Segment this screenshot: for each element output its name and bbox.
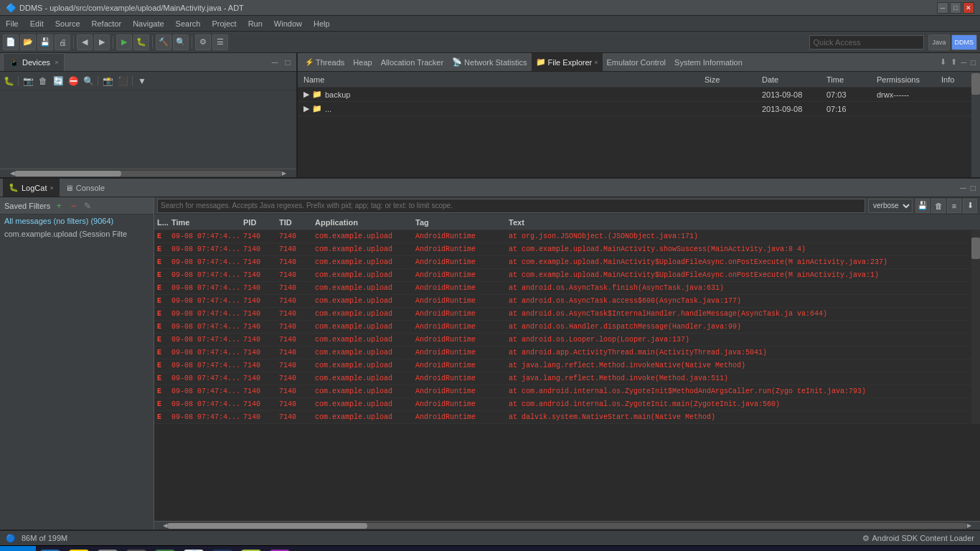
taskbar-explorer[interactable]: 📁 [65, 546, 93, 552]
logcat-row[interactable]: E 09-08 07:47:4... 7140 7140 com.example… [154, 321, 971, 334]
logcat-row[interactable]: E 09-08 07:47:4... 7140 7140 com.example… [154, 398, 971, 411]
taskbar-design[interactable]: 🎨 [265, 546, 294, 552]
toolbar-open[interactable]: 📂 [20, 34, 36, 50]
logcat-tab-close[interactable]: × [50, 184, 53, 192]
tab-file-explorer[interactable]: 📁 File Explorer × [532, 53, 603, 71]
toolbar-forward[interactable]: ▶ [94, 34, 110, 50]
maximize-button[interactable]: □ [950, 2, 961, 14]
menu-help[interactable]: Help [308, 16, 336, 31]
devices-tab-close[interactable]: × [55, 59, 58, 66]
expand-icon[interactable]: ▶ [303, 90, 309, 99]
logcat-clear[interactable]: 🗑 [931, 199, 946, 213]
tab-heap[interactable]: Heap [349, 53, 376, 71]
toolbar-save[interactable]: 💾 [37, 34, 53, 50]
taskbar-ie[interactable]: 🌐 [36, 546, 65, 552]
tab-sysinfo[interactable]: System Information [670, 53, 747, 71]
panel-minimize[interactable]: ─ [269, 57, 281, 68]
dev-stop[interactable]: ⛔ [66, 74, 80, 88]
add-filter-btn[interactable]: + [53, 200, 65, 212]
dev-screenshot[interactable]: 📷 [21, 74, 35, 88]
logcat-search-input[interactable] [157, 199, 865, 213]
logcat-row[interactable]: E 09-08 07:47:4... 7140 7140 com.example… [154, 347, 971, 359]
perspective-java[interactable]: Java [928, 34, 949, 50]
logcat-vscrollbar[interactable] [971, 230, 980, 424]
taskbar-notepad[interactable]: ✏ [151, 546, 179, 552]
start-button[interactable]: ⊞ [0, 546, 36, 552]
menu-project[interactable]: Project [206, 16, 242, 31]
toolbar-run[interactable]: ▶ [116, 34, 132, 50]
fe-tab-close[interactable]: × [594, 59, 598, 66]
tab-console[interactable]: 🖥 Console [60, 179, 110, 197]
logcat-row[interactable]: E 09-08 07:47:4... 7140 7140 com.example… [154, 308, 971, 321]
lc-scroll-right[interactable]: ▶ [967, 522, 971, 529]
logcat-row[interactable]: E 09-08 07:47:4... 7140 7140 com.example… [154, 256, 971, 269]
dev-trash[interactable]: 🗑 [36, 74, 50, 88]
toolbar-misc2[interactable]: ☰ [212, 34, 228, 50]
devices-tab[interactable]: 📱 Devices × [3, 53, 65, 71]
logcat-hscrollbar[interactable]: ◀ ▶ [154, 521, 980, 529]
logcat-row[interactable]: E 09-08 07:47:4... 7140 7140 com.example… [154, 385, 971, 398]
logcat-save[interactable]: 💾 [915, 199, 930, 213]
fe-import[interactable]: ⬇ [938, 57, 948, 67]
fe-row-backup[interactable]: ▶ 📁 backup 2013-09-08 07:03 drwx------ [298, 88, 971, 102]
logcat-row[interactable]: E 09-08 07:47:4... 7140 7140 com.example… [154, 295, 971, 308]
tab-alloc[interactable]: Allocation Tracker [377, 53, 448, 71]
menu-search[interactable]: Search [170, 16, 207, 31]
tab-network[interactable]: 📡 Network Statistics [448, 53, 531, 71]
dev-record[interactable]: ⬛ [116, 74, 130, 88]
toolbar-debug[interactable]: 🐛 [133, 34, 149, 50]
quick-access-input[interactable]: Quick Access [809, 35, 924, 50]
fe-maximize[interactable]: □ [969, 58, 977, 67]
logcat-row[interactable]: E 09-08 07:47:4... 7140 7140 com.example… [154, 359, 971, 372]
tab-emulator[interactable]: Emulator Control [603, 53, 671, 71]
fe-vscrollbar[interactable] [971, 72, 980, 177]
close-button[interactable]: ✕ [963, 2, 974, 14]
devices-hscrollbar[interactable]: ◀ ▶ [0, 169, 296, 177]
toolbar-search[interactable]: 🔍 [173, 34, 189, 50]
perspective-ddms[interactable]: DDMS [951, 34, 978, 50]
taskbar-android[interactable]: 🤖 [237, 546, 265, 552]
taskbar-files[interactable]: 🗂 [93, 546, 122, 552]
taskbar-thunder[interactable]: ⚡ [208, 546, 237, 552]
fe-row-2[interactable]: ▶ 📁 ... 2013-09-08 07:16 [298, 102, 971, 116]
menu-source[interactable]: Source [50, 16, 86, 31]
menu-window[interactable]: Window [268, 16, 308, 31]
logcat-row[interactable]: E 09-08 07:47:4... 7140 7140 com.example… [154, 372, 971, 385]
filter-all[interactable]: All messages (no filters) (9064) [0, 215, 154, 227]
toolbar-back[interactable]: ◀ [77, 34, 93, 50]
fe-export[interactable]: ⬆ [949, 57, 958, 67]
scroll-track[interactable] [14, 171, 282, 176]
minimize-button[interactable]: ─ [937, 2, 948, 14]
bp-maximize[interactable]: □ [969, 183, 977, 193]
scroll-right[interactable]: ▶ [282, 170, 286, 176]
logcat-view[interactable]: ≡ [947, 199, 961, 213]
taskbar-window[interactable]: 🗔 [122, 546, 151, 552]
toolbar-new[interactable]: 📄 [3, 34, 19, 50]
menu-run[interactable]: Run [242, 16, 268, 31]
edit-filter-btn[interactable]: ✎ [82, 200, 93, 212]
toolbar-build[interactable]: 🔨 [156, 34, 171, 50]
dev-inspect[interactable]: 🔍 [81, 74, 95, 88]
toolbar-print[interactable]: 🖨 [55, 34, 70, 50]
panel-maximize[interactable]: □ [282, 57, 293, 68]
logcat-row[interactable]: E 09-08 07:47:4... 7140 7140 com.example… [154, 269, 971, 282]
toolbar-misc1[interactable]: ⚙ [195, 34, 211, 50]
logcat-row[interactable]: E 09-08 07:47:4... 7140 7140 com.example… [154, 230, 971, 243]
logcat-row[interactable]: E 09-08 07:47:4... 7140 7140 com.example… [154, 411, 971, 424]
taskbar-chrome[interactable]: 🌐 [179, 546, 208, 552]
dev-camera[interactable]: 📸 [100, 74, 115, 88]
tab-threads[interactable]: ⚡ Threads [301, 53, 349, 71]
menu-edit[interactable]: Edit [24, 16, 50, 31]
verbose-select[interactable]: verbose debug info warn error [868, 199, 913, 213]
logcat-row[interactable]: E 09-08 07:47:4... 7140 7140 com.example… [154, 282, 971, 295]
logcat-row[interactable]: E 09-08 07:47:4... 7140 7140 com.example… [154, 334, 971, 347]
dev-refresh[interactable]: 🔄 [51, 74, 65, 88]
menu-refactor[interactable]: Refactor [86, 16, 128, 31]
dev-debug[interactable]: 🐛 [1, 74, 16, 88]
dev-more[interactable]: ▼ [135, 74, 149, 88]
filter-upload[interactable]: com.example.upload (Session Filte [0, 227, 154, 240]
remove-filter-btn[interactable]: − [67, 200, 79, 212]
logcat-scroll[interactable]: ⬇ [963, 199, 977, 213]
menu-file[interactable]: File [0, 16, 24, 31]
fe-minimize[interactable]: ─ [960, 58, 969, 67]
